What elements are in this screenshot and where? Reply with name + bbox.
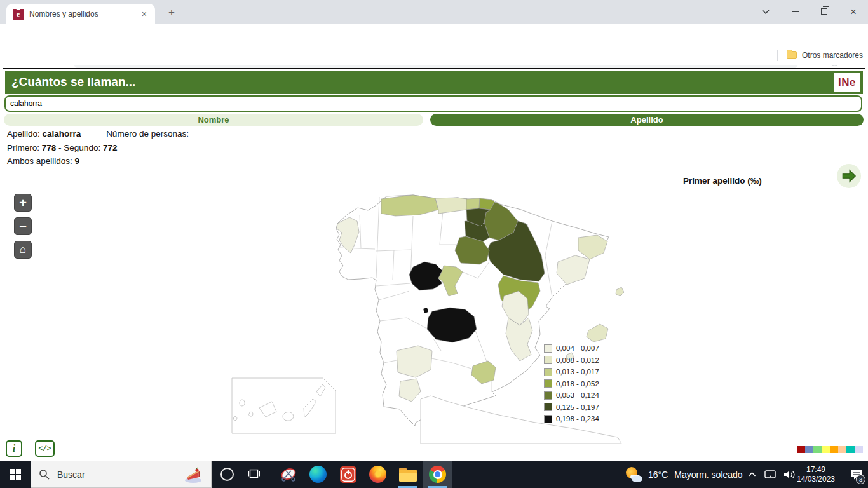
new-tab-button[interactable]: + (164, 5, 179, 20)
other-bookmarks-button[interactable]: Otros marcadores (802, 51, 863, 60)
canary-inset (232, 378, 336, 433)
map-home-button[interactable]: ⌂ (14, 241, 32, 259)
ine-widget: ¿Cuántos se llaman... INe Nombre Apellid… (3, 68, 865, 459)
weather-desc: Mayorm. soleado (674, 470, 742, 480)
taskbar-snipping-tool[interactable] (273, 461, 303, 488)
search-icon (39, 469, 50, 480)
chrome-icon (429, 466, 446, 483)
notification-badge: 3 (856, 475, 865, 484)
map-title: Primer apellido (‰) (683, 176, 762, 186)
display-cast-icon[interactable] (761, 461, 779, 488)
power-app-icon (340, 466, 356, 483)
cortana-button[interactable] (220, 468, 234, 481)
search-highlight-cake-icon[interactable] (183, 466, 203, 484)
map-zoom-in-button[interactable]: + (14, 194, 32, 212)
legend-swatch (544, 403, 552, 411)
results-block: Apellido: calahorra Número de personas: … (7, 127, 189, 168)
region-bizkaia[interactable] (466, 198, 480, 210)
apellido-value: calahorra (43, 129, 81, 139)
legend-row: 0,008 - 0,012 (544, 355, 599, 367)
bookmarks-bar: Otros marcadores (0, 46, 868, 65)
legend-row: 0,004 - 0,007 (544, 342, 599, 355)
tab-nombre[interactable]: Nombre (4, 114, 423, 126)
taskbar-chrome[interactable] (423, 461, 452, 488)
embed-code-button[interactable]: </> (35, 440, 55, 457)
browser-tab[interactable]: e Nombres y apellidos × (6, 4, 155, 24)
browser-toolbar: ← → ine.es/widgets/nombApell/index.shtml… (0, 24, 868, 46)
start-button[interactable] (0, 461, 31, 488)
legend-row: 0,053 - 0,124 (544, 390, 599, 402)
region-mallorca[interactable] (587, 324, 608, 342)
region-cuenca[interactable] (427, 308, 477, 342)
region-menorca[interactable] (616, 287, 624, 296)
legend-swatch (544, 379, 552, 388)
hidden-icons-chevron[interactable] (743, 461, 760, 488)
taskbar-file-explorer[interactable] (393, 461, 423, 488)
legend-swatch (544, 344, 552, 353)
bookmarks-separator (777, 50, 778, 61)
ine-favicon: e (13, 9, 24, 20)
tab-search-chevron-icon[interactable] (751, 0, 780, 23)
ine-logo[interactable]: INe (834, 73, 860, 92)
window-minimize-button[interactable] (780, 0, 810, 23)
map-legend: 0,004 - 0,007 0,008 - 0,012 0,013 - 0,01… (544, 342, 599, 425)
taskbar-search-box[interactable]: Buscar (31, 461, 212, 488)
next-map-button[interactable] (837, 164, 861, 188)
weather-temp: 16°C (648, 470, 668, 480)
file-explorer-icon (399, 468, 417, 482)
legend-row: 0,018 - 0,052 (544, 378, 599, 390)
result-line-3: Ambos apellidos: 9 (7, 154, 189, 168)
map-zoom-out-button[interactable]: − (14, 217, 32, 235)
weather-sun-cloud-icon (625, 466, 642, 483)
edge-icon (309, 466, 327, 483)
widget-title: ¿Cuántos se llaman... (11, 75, 135, 89)
taskbar-firefox[interactable] (363, 461, 393, 488)
color-strip (797, 446, 863, 453)
action-center-button[interactable]: 3 (844, 461, 868, 488)
browser-tab-bar: e Nombres y apellidos × + × (0, 0, 868, 24)
bookmarks-folder-icon (787, 51, 797, 59)
window-close-button[interactable]: × (839, 0, 868, 23)
result-line-1: Apellido: calahorra Número de personas: (7, 127, 189, 141)
info-button[interactable]: i (6, 440, 22, 457)
firefox-icon (369, 466, 386, 483)
ambos-value: 9 (75, 156, 80, 166)
legend-row: 0,013 - 0,017 (544, 366, 599, 378)
legend-swatch (544, 415, 552, 423)
tab-apellido[interactable]: Apellido (430, 114, 864, 126)
clock-date: 14/03/2023 (797, 475, 835, 484)
search-placeholder: Buscar (57, 470, 85, 480)
taskbar-power-app[interactable] (333, 461, 363, 488)
tab-close-icon[interactable]: × (140, 9, 149, 19)
legend-swatch (544, 368, 552, 376)
task-view-button[interactable] (248, 468, 261, 482)
segundo-value: 772 (103, 143, 118, 152)
taskbar-weather[interactable]: 16°C Mayorm. soleado (625, 461, 743, 488)
primero-value: 778 (42, 143, 57, 152)
result-line-2: Primero: 778 - Segundo: 772 (7, 141, 189, 155)
taskbar-edge[interactable] (303, 461, 333, 488)
next-arrow-icon (841, 168, 857, 184)
legend-swatch (544, 356, 552, 364)
snipping-tool-icon (280, 466, 297, 484)
clock-time: 17:49 (806, 465, 825, 475)
windows-taskbar: Buscar (0, 461, 868, 488)
legend-row: 0,125 - 0,197 (544, 402, 599, 414)
legend-row: 0,198 - 0,234 (544, 413, 599, 425)
surname-search-input[interactable] (4, 95, 862, 112)
legend-swatch (544, 391, 552, 400)
tab-title: Nombres y apellidos (29, 10, 140, 18)
taskbar-clock[interactable]: 17:49 14/03/2023 (794, 461, 837, 488)
window-restore-button[interactable] (810, 0, 839, 23)
windows-logo-icon (10, 469, 21, 480)
screen: { "browser": { "tab_title": "Nombres y a… (0, 0, 868, 488)
widget-header: ¿Cuántos se llaman... INe (5, 71, 863, 94)
